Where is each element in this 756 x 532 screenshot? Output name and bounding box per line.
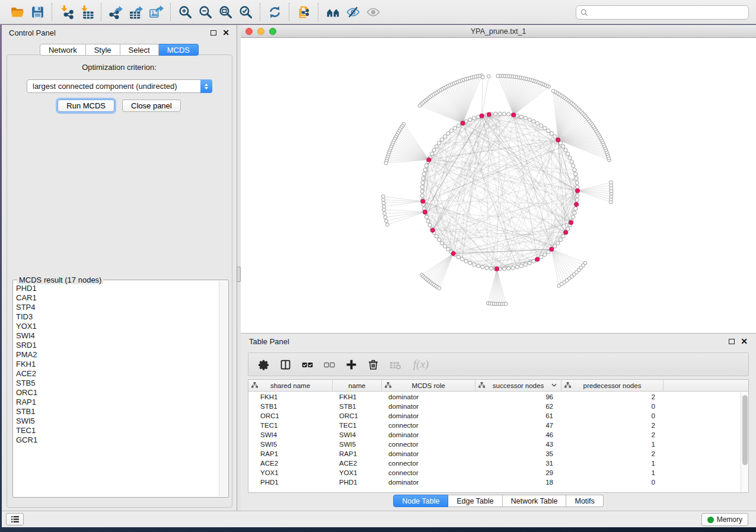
- cell-predecessor_nodes[interactable]: 2: [562, 422, 664, 429]
- import-table-button[interactable]: [76, 3, 97, 21]
- cell-shared_name[interactable]: PHD1: [248, 479, 333, 486]
- show-panels-button[interactable]: [6, 513, 24, 525]
- cell-mcds_role[interactable]: dominator: [382, 479, 476, 486]
- cell-shared_name[interactable]: SWI5: [248, 441, 333, 448]
- cell-successor_nodes[interactable]: 29: [476, 469, 562, 476]
- delete-column-button[interactable]: [364, 355, 382, 373]
- cell-mcds_role[interactable]: connector: [382, 469, 476, 476]
- mcds-result-item[interactable]: STP4: [15, 303, 219, 312]
- cell-shared_name[interactable]: RAP1: [248, 450, 333, 457]
- mcds-result-item[interactable]: YOX1: [15, 322, 219, 331]
- hide-selected-button[interactable]: [343, 3, 363, 21]
- zoom-out-button[interactable]: [195, 3, 215, 21]
- table-row-STB1[interactable]: STB1STB1dominator620: [248, 402, 741, 411]
- table-row-SWI4[interactable]: SWI4SWI4dominator462: [248, 430, 741, 440]
- cell-shared_name[interactable]: STB1: [248, 403, 333, 410]
- float-table-panel-icon[interactable]: [729, 339, 735, 344]
- network-window-titlebar[interactable]: YPA_prune.txt_1: [241, 25, 756, 38]
- clone-network-button[interactable]: [294, 3, 314, 21]
- run-mcds-button[interactable]: Run MCDS: [58, 100, 114, 112]
- column-header-name[interactable]: name: [333, 380, 382, 391]
- mcds-result-item[interactable]: GCR1: [15, 435, 219, 445]
- column-header-mcds_role[interactable]: MCDS role: [382, 380, 476, 391]
- result-list-scrollbar[interactable]: [219, 281, 228, 496]
- cell-predecessor_nodes[interactable]: 1: [562, 469, 664, 476]
- cell-successor_nodes[interactable]: 47: [476, 422, 562, 429]
- mcds-result-item[interactable]: RAP1: [15, 398, 219, 407]
- tab-select[interactable]: Select: [120, 44, 159, 56]
- cell-mcds_role[interactable]: dominator: [382, 431, 476, 438]
- cell-successor_nodes[interactable]: 31: [476, 460, 562, 467]
- cell-predecessor_nodes[interactable]: 2: [562, 450, 664, 457]
- show-columns-button[interactable]: [276, 355, 294, 373]
- table-row-TEC1[interactable]: TEC1TEC1connector472: [248, 421, 741, 430]
- cell-predecessor_nodes[interactable]: 0: [562, 403, 664, 410]
- table-row-ORC1[interactable]: ORC1ORC1dominator610: [248, 411, 741, 421]
- cell-successor_nodes[interactable]: 96: [476, 393, 562, 400]
- save-session-button[interactable]: [27, 3, 47, 21]
- cell-name[interactable]: RAP1: [333, 450, 382, 457]
- cell-shared_name[interactable]: FKH1: [248, 393, 333, 400]
- mcds-result-item[interactable]: STB1: [15, 407, 219, 416]
- refresh-button[interactable]: [264, 3, 285, 21]
- open-file-button[interactable]: [7, 3, 27, 21]
- cell-successor_nodes[interactable]: 61: [476, 412, 562, 419]
- cell-name[interactable]: SWI5: [333, 441, 382, 448]
- cell-successor_nodes[interactable]: 62: [476, 403, 562, 410]
- zoom-selected-button[interactable]: [235, 3, 256, 21]
- zoom-fit-button[interactable]: [215, 3, 235, 21]
- network-graph[interactable]: [241, 38, 756, 333]
- cell-name[interactable]: ORC1: [333, 412, 382, 419]
- mcds-result-item[interactable]: ORC1: [15, 388, 219, 398]
- export-table-button[interactable]: [126, 3, 146, 21]
- mcds-result-item[interactable]: PHD1: [15, 284, 219, 293]
- tab-edge-table[interactable]: Edge Table: [448, 495, 502, 507]
- cell-shared_name[interactable]: TEC1: [248, 422, 333, 429]
- table-row-ACE2[interactable]: ACE2ACE2connector311: [248, 459, 741, 468]
- tab-network-table[interactable]: Network Table: [503, 495, 567, 507]
- column-header-shared_name[interactable]: shared name: [248, 380, 333, 391]
- cell-predecessor_nodes[interactable]: 0: [562, 412, 664, 419]
- cell-predecessor_nodes[interactable]: 0: [562, 479, 664, 486]
- mcds-result-list[interactable]: PHD1CAR1STP4TID3YOX1SWI4SRD1PMA2FKH1ACE2…: [15, 284, 219, 496]
- cell-shared_name[interactable]: ORC1: [248, 412, 333, 419]
- mcds-result-item[interactable]: CAR1: [15, 293, 219, 303]
- tab-mcds[interactable]: MCDS: [159, 44, 199, 56]
- cell-mcds_role[interactable]: dominator: [382, 393, 476, 400]
- tab-motifs[interactable]: Motifs: [566, 495, 603, 507]
- column-header-successor_nodes[interactable]: successor nodes: [476, 380, 562, 391]
- search-input[interactable]: [591, 8, 745, 17]
- mcds-result-item[interactable]: SWI5: [15, 416, 219, 426]
- table-row-YOX1[interactable]: YOX1YOX1connector291: [248, 468, 741, 477]
- zoom-in-button[interactable]: [175, 3, 195, 21]
- mcds-result-item[interactable]: PMA2: [15, 350, 219, 360]
- search-box[interactable]: [576, 5, 749, 20]
- table-scrollbar[interactable]: [741, 392, 748, 492]
- tab-node-table[interactable]: Node Table: [393, 495, 448, 507]
- mcds-result-item[interactable]: FKH1: [15, 360, 219, 369]
- cell-name[interactable]: YOX1: [333, 469, 382, 476]
- cell-mcds_role[interactable]: dominator: [382, 450, 476, 457]
- cell-successor_nodes[interactable]: 43: [476, 441, 562, 448]
- import-network-button[interactable]: [56, 3, 76, 21]
- splitter-grip[interactable]: [237, 267, 241, 282]
- cell-name[interactable]: SWI4: [333, 431, 382, 438]
- close-table-panel-icon[interactable]: ✕: [741, 338, 748, 344]
- cell-successor_nodes[interactable]: 46: [476, 431, 562, 438]
- export-image-button[interactable]: [146, 3, 166, 21]
- cell-mcds_role[interactable]: dominator: [382, 412, 476, 419]
- cell-successor_nodes[interactable]: 18: [476, 479, 562, 486]
- mcds-result-item[interactable]: SRD1: [15, 341, 219, 350]
- table-scrollbar-thumb[interactable]: [742, 395, 748, 465]
- export-network-button[interactable]: [106, 3, 126, 21]
- mcds-result-item[interactable]: TEC1: [15, 426, 219, 435]
- cell-shared_name[interactable]: YOX1: [248, 469, 333, 476]
- cell-mcds_role[interactable]: connector: [382, 441, 476, 448]
- cell-name[interactable]: STB1: [333, 403, 382, 410]
- close-panel-button[interactable]: Close panel: [122, 100, 181, 112]
- table-row-SWI5[interactable]: SWI5SWI5connector431: [248, 440, 741, 449]
- cell-name[interactable]: TEC1: [333, 422, 382, 429]
- table-row-RAP1[interactable]: RAP1RAP1dominator352: [248, 449, 741, 459]
- cell-name[interactable]: FKH1: [333, 393, 382, 400]
- cell-predecessor_nodes[interactable]: 2: [562, 393, 664, 400]
